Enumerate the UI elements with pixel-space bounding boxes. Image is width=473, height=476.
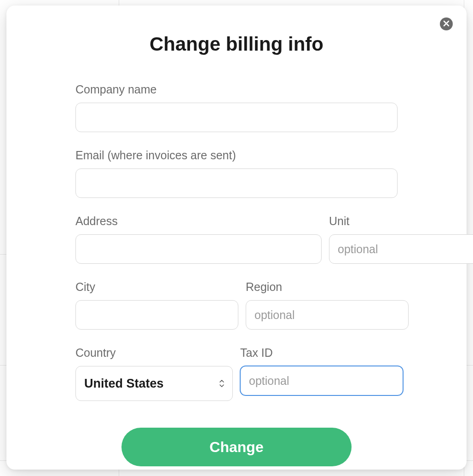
city-input[interactable] <box>75 300 238 330</box>
change-button[interactable]: Change <box>121 428 352 466</box>
country-group: Country United States <box>75 346 233 401</box>
close-icon <box>443 20 450 28</box>
city-group: City <box>75 280 238 330</box>
country-label: Country <box>75 346 233 360</box>
modal-title: Change billing info <box>75 33 398 55</box>
city-label: City <box>75 280 238 294</box>
email-input[interactable] <box>75 168 398 198</box>
region-group: Region <box>246 280 409 330</box>
taxid-label: Tax ID <box>240 346 403 360</box>
submit-row: Change <box>75 428 398 466</box>
unit-input[interactable] <box>329 234 473 264</box>
country-select[interactable]: United States <box>75 366 233 401</box>
close-button[interactable] <box>440 17 453 30</box>
country-select-wrap: United States <box>75 366 233 401</box>
unit-group: Unit <box>329 215 473 264</box>
address-group: Address <box>75 215 322 264</box>
email-group: Email (where invoices are sent) <box>75 149 398 198</box>
billing-info-modal: Change billing info Company name Email (… <box>6 6 467 470</box>
region-label: Region <box>246 280 409 294</box>
company-input[interactable] <box>75 103 398 132</box>
email-label: Email (where invoices are sent) <box>75 149 398 162</box>
taxid-input[interactable] <box>240 366 403 395</box>
company-label: Company name <box>75 83 398 96</box>
address-input[interactable] <box>75 234 322 264</box>
region-input[interactable] <box>246 300 409 330</box>
address-label: Address <box>75 215 322 228</box>
company-group: Company name <box>75 83 398 132</box>
taxid-group: Tax ID <box>240 346 403 401</box>
unit-label: Unit <box>329 215 473 228</box>
